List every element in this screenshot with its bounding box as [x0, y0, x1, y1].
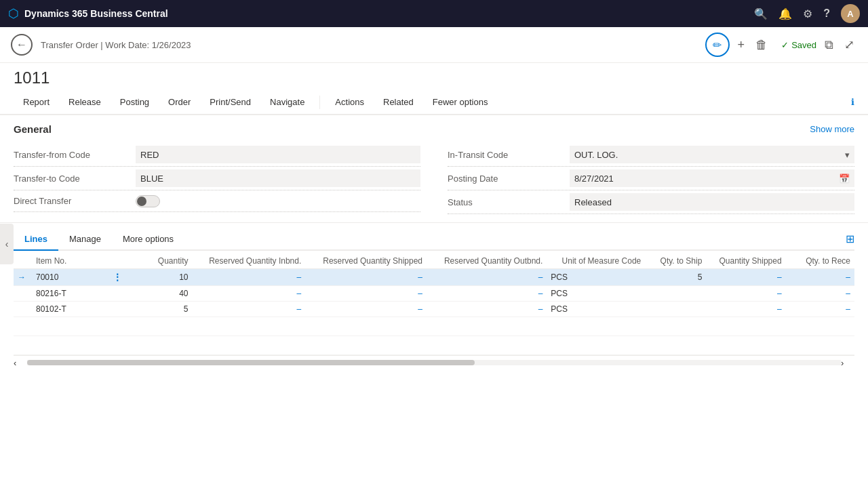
row-res-qty-inbnd[interactable]: –	[193, 302, 306, 317]
tab-more-options[interactable]: More options	[112, 228, 184, 251]
posting-date-row: Posting Date 8/27/2021 📅	[448, 167, 854, 190]
direct-transfer-toggle[interactable]	[136, 195, 160, 207]
row-qty-to-rece[interactable]: –	[786, 302, 854, 317]
back-button[interactable]: ←	[11, 34, 33, 56]
menu-release[interactable]: Release	[59, 90, 111, 115]
row-qty-to-rece[interactable]: –	[786, 286, 854, 302]
row-item-no[interactable]: 80102-T	[32, 302, 108, 317]
calendar-icon[interactable]: 📅	[839, 174, 850, 184]
lines-table: Item No. Quantity Reserved Quantity Inbn…	[14, 253, 854, 355]
menu-related[interactable]: Related	[374, 90, 423, 115]
col-menu	[108, 253, 132, 269]
row-uom-code[interactable]: PCS	[547, 302, 645, 317]
table-empty-row	[14, 317, 854, 336]
lines-expand-icon[interactable]: ⊞	[846, 233, 854, 245]
user-avatar[interactable]: A	[841, 4, 860, 23]
row-qty-to-rece[interactable]: –	[786, 269, 854, 286]
scroll-left-btn[interactable]: ‹	[14, 358, 27, 368]
col-quantity-header: Quantity	[131, 253, 192, 269]
col-res-qty-outbnd-header: Reserved Quantity Outbnd.	[427, 253, 547, 269]
document-number: 1011	[0, 63, 868, 90]
general-section-header: General Show more	[14, 123, 854, 135]
menu-fewer-options[interactable]: Fewer options	[423, 90, 498, 115]
general-form: Transfer-from Code RED Transfer-to Code …	[14, 143, 854, 214]
row-quantity[interactable]: 5	[131, 302, 192, 317]
row-item-no[interactable]: 80216-T	[32, 286, 108, 302]
row-menu-btn[interactable]	[108, 302, 132, 317]
row-menu-btn[interactable]	[108, 286, 132, 302]
table-row[interactable]: 80102-T 5 – – – PCS – –	[14, 302, 854, 317]
menu-bar: Report Release Posting Order Print/Send …	[0, 90, 868, 115]
row-qty-shipped[interactable]: –	[706, 286, 785, 302]
document-header: ← Transfer Order | Work Date: 1/26/2023 …	[0, 27, 868, 63]
in-transit-code-row: In-Transit Code OUT. LOG. ▾	[448, 143, 854, 167]
tab-manage[interactable]: Manage	[58, 228, 112, 251]
row-qty-to-ship[interactable]: 5	[645, 269, 706, 286]
row-res-qty-shipped[interactable]: –	[305, 302, 427, 317]
open-icon: ⧉	[825, 38, 833, 52]
row-uom-code[interactable]: PCS	[547, 286, 645, 302]
app-logo: ⬡	[8, 6, 19, 21]
row-res-qty-outbnd[interactable]: –	[427, 269, 547, 286]
row-res-qty-shipped[interactable]: –	[305, 286, 427, 302]
row-res-qty-inbnd[interactable]: –	[193, 286, 306, 302]
sidebar-toggle[interactable]: ‹	[0, 224, 14, 264]
row-arrow-cell: →	[14, 269, 32, 286]
menu-navigate[interactable]: Navigate	[260, 90, 314, 115]
left-form-column: Transfer-from Code RED Transfer-to Code …	[14, 143, 420, 214]
back-arrow-icon: ←	[16, 39, 27, 51]
pencil-icon: ✏	[713, 39, 722, 52]
scrollbar-thumb	[27, 360, 475, 365]
chevron-left-icon: ‹	[5, 239, 9, 249]
main-content-area: ← Transfer Order | Work Date: 1/26/2023 …	[0, 27, 868, 488]
table-row[interactable]: → 70010 ⋮ 10 – – – PCS 5 – –	[14, 269, 854, 286]
row-res-qty-outbnd[interactable]: –	[427, 286, 547, 302]
transfer-to-code-value[interactable]: BLUE	[136, 169, 420, 187]
expand-button[interactable]: ⤢	[842, 35, 857, 55]
menu-actions[interactable]: Actions	[326, 90, 374, 115]
document-actions: ✏ + 🗑 ✓ Saved ⧉ ⤢	[705, 33, 857, 57]
edit-button[interactable]: ✏	[705, 33, 730, 57]
add-button[interactable]: +	[735, 35, 748, 55]
row-res-qty-outbnd[interactable]: –	[427, 302, 547, 317]
row-item-no[interactable]: 70010	[32, 269, 108, 286]
search-icon[interactable]: 🔍	[754, 7, 768, 20]
in-transit-code-value[interactable]: OUT. LOG. ▾	[570, 146, 854, 163]
row-uom-code[interactable]: PCS	[547, 269, 645, 286]
row-qty-to-ship[interactable]	[645, 286, 706, 302]
col-qty-shipped-header: Quantity Shipped	[706, 253, 785, 269]
row-context-menu-icon[interactable]: ⋮	[113, 272, 122, 283]
general-section: General Show more Transfer-from Code RED…	[0, 115, 868, 222]
lines-tab-actions: ⊞	[846, 232, 854, 245]
lines-table-scroll-area[interactable]: Item No. Quantity Reserved Quantity Inbn…	[14, 251, 854, 355]
settings-icon[interactable]: ⚙	[803, 7, 812, 20]
row-res-qty-shipped[interactable]: –	[305, 269, 427, 286]
table-empty-row	[14, 336, 854, 355]
menu-report[interactable]: Report	[14, 90, 59, 115]
menu-order[interactable]: Order	[159, 90, 200, 115]
row-qty-shipped[interactable]: –	[706, 302, 785, 317]
row-quantity[interactable]: 10	[131, 269, 192, 286]
tab-lines[interactable]: Lines	[14, 228, 58, 251]
row-qty-shipped[interactable]: –	[706, 269, 785, 286]
horizontal-scrollbar[interactable]	[27, 360, 841, 365]
info-icon[interactable]: ℹ	[851, 97, 854, 107]
checkmark-icon: ✓	[781, 40, 789, 50]
posting-date-value[interactable]: 8/27/2021 📅	[570, 169, 854, 187]
show-more-button[interactable]: Show more	[810, 124, 854, 134]
row-res-qty-inbnd[interactable]: –	[193, 269, 306, 286]
notification-icon[interactable]: 🔔	[778, 7, 792, 20]
help-icon[interactable]: ?	[823, 7, 830, 20]
row-qty-to-ship[interactable]	[645, 302, 706, 317]
scroll-right-btn[interactable]: ›	[841, 358, 854, 368]
status-value: Released	[570, 193, 854, 211]
expand-icon: ⤢	[844, 37, 854, 52]
transfer-from-code-value[interactable]: RED	[136, 146, 420, 163]
row-menu-btn[interactable]: ⋮	[108, 269, 132, 286]
menu-posting[interactable]: Posting	[111, 90, 159, 115]
menu-print-send[interactable]: Print/Send	[200, 90, 260, 115]
open-new-window-button[interactable]: ⧉	[822, 35, 836, 55]
delete-button[interactable]: 🗑	[753, 35, 770, 55]
row-quantity[interactable]: 40	[131, 286, 192, 302]
table-row[interactable]: 80216-T 40 – – – PCS – –	[14, 286, 854, 302]
